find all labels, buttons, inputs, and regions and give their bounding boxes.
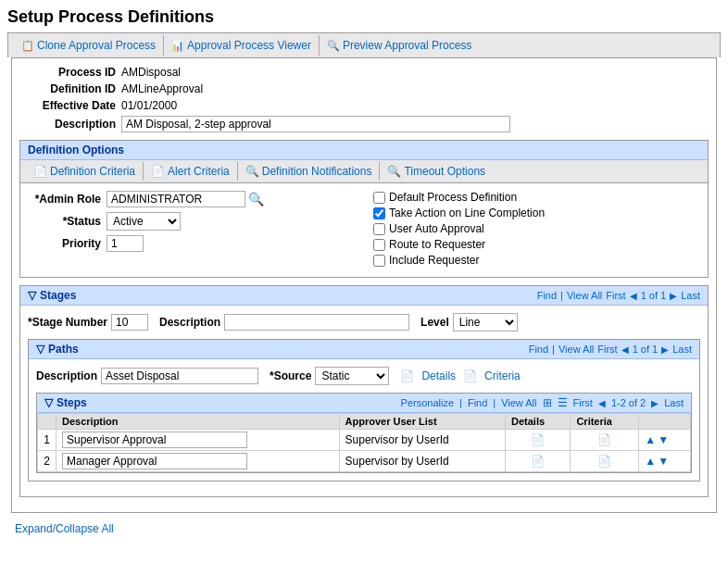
- user-auto-label: User Auto Approval: [389, 222, 484, 235]
- stages-first-label: First: [606, 290, 625, 301]
- priority-row: Priority: [28, 235, 355, 252]
- tab-timeout-options[interactable]: 🔍 Timeout Options: [380, 162, 493, 181]
- stages-find-link[interactable]: Find: [537, 290, 557, 301]
- stage-number-label: *Stage Number: [28, 316, 107, 329]
- stage-description-input[interactable]: [224, 314, 409, 331]
- paths-content: Description *Source Static Dynamic: [29, 359, 699, 481]
- priority-input[interactable]: [107, 235, 144, 252]
- stage-description-field: Description: [159, 314, 409, 331]
- paths-header: ▽ Paths Find | View All First ◀ 1 of 1 ▶…: [29, 340, 699, 359]
- row1-down-arrow[interactable]: ▼: [658, 433, 669, 446]
- timeout-icon: 🔍: [387, 165, 401, 178]
- alert-icon: 📄: [151, 165, 165, 178]
- main-content: Process ID AMDisposal Definition ID AMLi…: [11, 57, 717, 513]
- paths-details-link[interactable]: Details: [421, 369, 456, 382]
- paths-source-label: *Source: [270, 369, 311, 382]
- stages-view-all-link[interactable]: View All: [567, 290, 602, 301]
- steps-last-label: Last: [664, 397, 684, 408]
- row1-description-input[interactable]: [62, 432, 247, 448]
- table-row: 2 Supervisor by UserId 📄 📄: [38, 451, 691, 472]
- stages-triangle-icon: ▽: [28, 289, 36, 302]
- stage-level-field: Level Line Header: [420, 313, 518, 332]
- steps-prev-arrow[interactable]: ◀: [598, 398, 606, 408]
- viewer-icon: 📊: [171, 40, 184, 52]
- paths-first-label: First: [597, 344, 617, 355]
- paths-find-link[interactable]: Find: [529, 344, 548, 355]
- clone-icon: 📋: [21, 40, 34, 52]
- steps-personalize-link[interactable]: Personalize: [401, 397, 454, 408]
- paths-pagination: 1 of 1: [633, 344, 659, 355]
- paths-source-select[interactable]: Static Dynamic: [315, 367, 389, 385]
- row1-up-arrow[interactable]: ▲: [645, 433, 656, 446]
- stages-next-arrow[interactable]: ▶: [670, 291, 677, 301]
- status-select[interactable]: Active Inactive: [107, 212, 181, 231]
- tab-alert-criteria[interactable]: 📄 Alert Criteria: [144, 162, 238, 181]
- route-checkbox[interactable]: [373, 239, 385, 251]
- include-label: Include Requester: [389, 254, 479, 267]
- steps-find-link[interactable]: Find: [468, 397, 487, 408]
- options-content: *Admin Role 🔍 *Status Active Inactive Pr…: [20, 183, 708, 277]
- row1-actions: ▲ ▼: [639, 430, 691, 451]
- paths-view-all-link[interactable]: View All: [559, 344, 594, 355]
- paths-description-field: Description: [36, 368, 258, 384]
- steps-section: ▽ Steps Personalize | Find | View All ⊞: [36, 393, 692, 473]
- stage-description-label: Description: [159, 316, 220, 329]
- effective-date-row: Effective Date 01/01/2000: [19, 99, 709, 112]
- row2-up-arrow[interactable]: ▲: [645, 455, 656, 468]
- stages-prev-arrow[interactable]: ◀: [630, 291, 637, 301]
- paths-criteria-link[interactable]: Criteria: [484, 369, 521, 382]
- row1-approver: Supervisor by UserId: [339, 430, 505, 451]
- paths-section: ▽ Paths Find | View All First ◀ 1 of 1 ▶…: [28, 339, 700, 482]
- steps-next-arrow[interactable]: ▶: [651, 398, 659, 408]
- definition-id-row: Definition ID AMLineApproval: [19, 82, 709, 95]
- process-id-row: Process ID AMDisposal: [19, 66, 709, 79]
- steps-grid-icon[interactable]: ⊞: [543, 396, 552, 409]
- stages-last-label: Last: [681, 290, 700, 301]
- row2-down-arrow[interactable]: ▼: [658, 455, 669, 468]
- steps-table: Description Approver User List Details C…: [37, 413, 691, 472]
- tab-definition-notifications[interactable]: 🔍 Definition Notifications: [238, 162, 381, 181]
- expand-collapse-all[interactable]: Expand/Collapse All: [7, 517, 721, 541]
- col-approver: Approver User List: [339, 414, 505, 430]
- default-process-checkbox[interactable]: [373, 192, 385, 204]
- admin-role-input[interactable]: [107, 191, 245, 207]
- description-input[interactable]: [121, 116, 510, 132]
- user-auto-checkbox[interactable]: [373, 223, 385, 235]
- tab-preview[interactable]: 🔍 Preview Approval Process: [320, 35, 479, 56]
- row1-num: 1: [38, 430, 56, 451]
- page-title: Setup Process Definitions: [7, 7, 721, 27]
- row2-criteria[interactable]: 📄: [571, 451, 639, 472]
- row1-criteria[interactable]: 📄: [571, 430, 639, 451]
- stages-header-left: ▽ Stages: [28, 289, 76, 302]
- include-checkbox[interactable]: [373, 255, 385, 267]
- stage-number-input[interactable]: [111, 314, 148, 331]
- steps-list-icon[interactable]: ☰: [558, 396, 568, 409]
- notifications-icon: 🔍: [245, 165, 259, 178]
- tab-clone[interactable]: 📋 Clone Approval Process: [14, 35, 164, 56]
- top-tab-bar: 📋 Clone Approval Process 📊 Approval Proc…: [7, 32, 721, 57]
- process-id-label: Process ID: [19, 66, 121, 79]
- paths-next-arrow[interactable]: ▶: [661, 344, 669, 355]
- row2-description-input[interactable]: [62, 453, 247, 469]
- paths-links: 📄 Details 📄 Criteria: [400, 369, 520, 382]
- options-right: Default Process Definition Take Action o…: [373, 191, 700, 269]
- paths-prev-arrow[interactable]: ◀: [621, 344, 629, 355]
- process-id-value: AMDisposal: [121, 66, 181, 79]
- paths-description-label: Description: [36, 369, 97, 382]
- steps-header-right: Personalize | Find | View All ⊞ ☰ First …: [401, 396, 684, 409]
- tab-viewer[interactable]: 📊 Approval Process Viewer: [164, 35, 320, 56]
- row2-approver: Supervisor by UserId: [339, 451, 505, 472]
- stages-section: ▽ Stages Find | View All First ◀ 1 of 1 …: [19, 285, 709, 497]
- checkbox-default: Default Process Definition: [373, 191, 700, 204]
- admin-role-search-icon[interactable]: 🔍: [248, 192, 264, 206]
- tab-definition-criteria[interactable]: 📄 Definition Criteria: [26, 162, 144, 181]
- paths-description-input[interactable]: [101, 368, 258, 384]
- steps-first-label: First: [573, 397, 593, 408]
- stage-level-select[interactable]: Line Header: [453, 313, 518, 332]
- stage-number-field: *Stage Number: [28, 314, 148, 331]
- take-action-checkbox[interactable]: [373, 207, 385, 219]
- steps-view-all-link[interactable]: View All: [501, 397, 536, 408]
- row1-details[interactable]: 📄: [506, 430, 571, 451]
- row2-details[interactable]: 📄: [506, 451, 571, 472]
- definition-id-label: Definition ID: [19, 82, 121, 95]
